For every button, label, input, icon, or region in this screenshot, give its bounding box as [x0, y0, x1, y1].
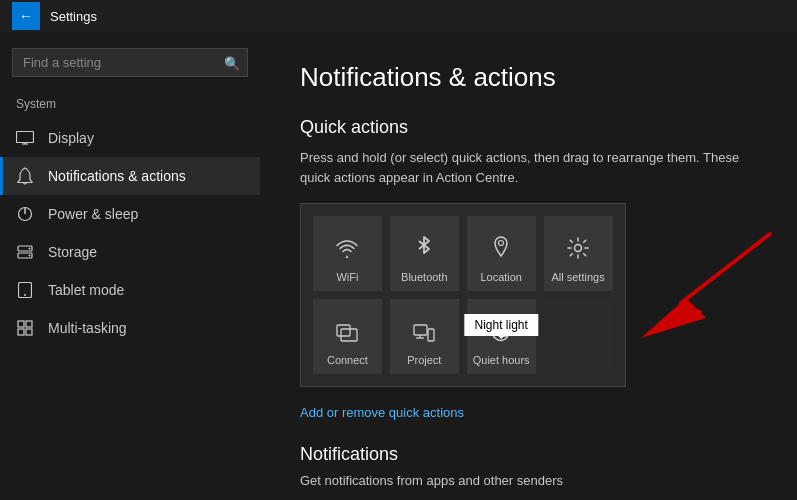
qa-project-label: Project [407, 354, 441, 366]
sidebar: 🔍 System Display Notifications & actions [0, 32, 260, 500]
qa-nightlight-label: Quiet hours [473, 354, 530, 366]
sidebar-item-tablet[interactable]: Tablet mode [0, 271, 260, 309]
svg-rect-12 [26, 321, 32, 327]
multitasking-icon [16, 319, 34, 337]
svg-marker-23 [641, 298, 706, 338]
sidebar-item-multitasking[interactable]: Multi-tasking [0, 309, 260, 347]
sidebar-item-display[interactable]: Display [0, 119, 260, 157]
qa-tile-bluetooth[interactable]: Bluetooth [390, 216, 459, 291]
qa-tile-wifi[interactable]: WiFi [313, 216, 382, 291]
storage-icon [16, 243, 34, 261]
quick-actions-grid: WiFi Bluetooth [300, 203, 626, 387]
sidebar-category: System [0, 93, 260, 119]
search-container: 🔍 [12, 48, 248, 77]
sidebar-item-power-label: Power & sleep [48, 206, 138, 222]
qa-tile-project[interactable]: Project [390, 299, 459, 374]
notifications-title: Notifications [300, 444, 757, 465]
power-icon [16, 205, 34, 223]
project-icon [413, 322, 435, 348]
qa-wifi-label: WiFi [336, 271, 358, 283]
qa-tile-empty [544, 299, 613, 374]
app-title: Settings [50, 9, 97, 24]
svg-rect-18 [341, 329, 357, 341]
gear-icon [567, 237, 589, 265]
svg-rect-0 [17, 132, 34, 143]
location-icon [491, 235, 511, 265]
notifications-desc: Get notifications from apps and other se… [300, 473, 757, 488]
qa-tile-allsettings[interactable]: All settings [544, 216, 613, 291]
search-icon: 🔍 [224, 55, 240, 70]
svg-point-8 [29, 255, 31, 257]
svg-rect-13 [18, 329, 24, 335]
svg-rect-22 [428, 329, 434, 341]
qa-bluetooth-label: Bluetooth [401, 271, 447, 283]
main-layout: 🔍 System Display Notifications & actions [0, 32, 797, 500]
sidebar-item-storage[interactable]: Storage [0, 233, 260, 271]
annotation-arrow [621, 223, 781, 353]
qa-tile-location[interactable]: Location [467, 216, 536, 291]
bluetooth-icon [415, 235, 433, 265]
svg-point-10 [24, 294, 26, 296]
sidebar-item-power[interactable]: Power & sleep [0, 195, 260, 233]
svg-point-7 [29, 248, 31, 250]
night-light-tooltip: Night light [465, 314, 538, 336]
page-title: Notifications & actions [300, 62, 757, 93]
add-remove-link[interactable]: Add or remove quick actions [300, 405, 464, 420]
quick-actions-desc: Press and hold (or select) quick actions… [300, 148, 757, 187]
svg-rect-17 [337, 325, 350, 336]
qa-tile-nightlight[interactable]: Night light Quiet hours [467, 299, 536, 374]
title-bar: ← Settings [0, 0, 797, 32]
svg-point-15 [499, 241, 504, 246]
content-area: Notifications & actions Quick actions Pr… [260, 32, 797, 500]
qa-tile-connect[interactable]: Connect [313, 299, 382, 374]
sidebar-item-storage-label: Storage [48, 244, 97, 260]
svg-point-16 [575, 245, 582, 252]
search-input[interactable] [12, 48, 248, 77]
connect-icon [336, 322, 358, 348]
sidebar-item-tablet-label: Tablet mode [48, 282, 124, 298]
sidebar-item-multitasking-label: Multi-tasking [48, 320, 127, 336]
quick-actions-title: Quick actions [300, 117, 757, 138]
svg-rect-14 [26, 329, 32, 335]
notifications-icon [16, 167, 34, 185]
qa-allsettings-label: All settings [551, 271, 604, 283]
sidebar-item-notifications[interactable]: Notifications & actions [0, 157, 260, 195]
tablet-icon [16, 281, 34, 299]
svg-rect-11 [18, 321, 24, 327]
qa-connect-label: Connect [327, 354, 368, 366]
svg-rect-19 [414, 325, 427, 335]
wifi-icon [335, 239, 359, 265]
qa-location-label: Location [480, 271, 522, 283]
sidebar-item-display-label: Display [48, 130, 94, 146]
back-button[interactable]: ← [12, 2, 40, 30]
sidebar-item-notifications-label: Notifications & actions [48, 168, 186, 184]
display-icon [16, 129, 34, 147]
